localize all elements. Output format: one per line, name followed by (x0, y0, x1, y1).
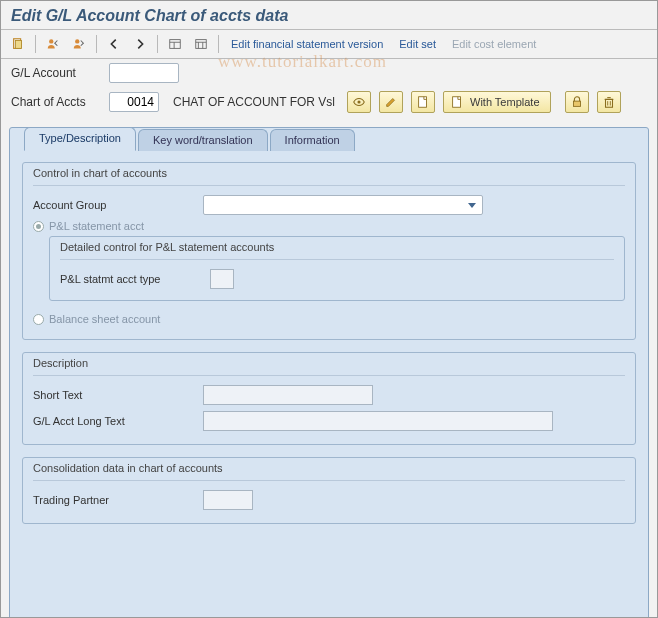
svg-point-11 (357, 100, 360, 103)
gl-account-input[interactable] (109, 63, 179, 83)
description-groupbox: Description Short Text G/L Acct Long Tex… (22, 352, 636, 445)
radio-selected-icon (33, 221, 44, 232)
layout1-icon[interactable] (164, 33, 186, 55)
lock-icon[interactable] (565, 91, 589, 113)
svg-rect-15 (605, 99, 612, 107)
svg-rect-4 (170, 40, 181, 49)
page-title: Edit G/L Account Chart of accts data (1, 1, 657, 30)
user-prev-icon[interactable] (42, 33, 64, 55)
radio-unselected-icon (33, 314, 44, 325)
tab-body: Control in chart of accounts Account Gro… (10, 152, 648, 546)
long-text-label: G/L Acct Long Text (33, 415, 203, 427)
svg-rect-12 (419, 97, 427, 108)
tab-information[interactable]: Information (270, 129, 355, 151)
pl-detail-title: Detailed control for P&L statement accou… (60, 237, 614, 260)
balance-sheet-radio: Balance sheet account (33, 311, 625, 329)
pl-detail-group: Detailed control for P&L statement accou… (49, 236, 625, 301)
prev-icon[interactable] (103, 33, 125, 55)
account-group-combo[interactable] (203, 195, 483, 215)
with-template-label: With Template (470, 96, 540, 108)
chart-of-accts-desc: CHAT OF ACCOUNT FOR Vsl (173, 95, 335, 109)
svg-point-3 (75, 39, 79, 43)
consolidation-group-title: Consolidation data in chart of accounts (33, 458, 625, 481)
delete-icon[interactable] (597, 91, 621, 113)
edit-icon[interactable] (379, 91, 403, 113)
edit-cost-element-link: Edit cost element (452, 38, 536, 50)
user-next-icon[interactable] (68, 33, 90, 55)
tab-key-word[interactable]: Key word/translation (138, 129, 268, 151)
tab-type-description[interactable]: Type/Description (24, 127, 136, 151)
chart-of-accts-label: Chart of Accts (11, 95, 101, 109)
consolidation-groupbox: Consolidation data in chart of accounts … (22, 457, 636, 524)
control-group-title: Control in chart of accounts (33, 163, 625, 186)
edit-set-link[interactable]: Edit set (399, 38, 436, 50)
tabs-container: Type/Description Key word/translation In… (9, 127, 649, 618)
svg-rect-13 (453, 97, 461, 108)
next-icon[interactable] (129, 33, 151, 55)
display-icon[interactable] (347, 91, 371, 113)
toolbar: Edit financial statement version Edit se… (1, 30, 657, 59)
svg-rect-1 (15, 41, 21, 49)
trading-partner-label: Trading Partner (33, 494, 203, 506)
balance-sheet-label: Balance sheet account (49, 313, 160, 325)
edit-fsv-link[interactable]: Edit financial statement version (231, 38, 383, 50)
gl-account-label: G/L Account (11, 66, 101, 80)
svg-rect-14 (573, 101, 580, 106)
pl-statement-label: P&L statement acct (49, 220, 144, 232)
chart-of-accts-input[interactable] (109, 92, 159, 112)
description-group-title: Description (33, 353, 625, 376)
trading-partner-input[interactable] (203, 490, 253, 510)
gl-account-row: G/L Account (1, 59, 657, 87)
pl-type-input[interactable] (210, 269, 234, 289)
short-text-label: Short Text (33, 389, 203, 401)
svg-rect-7 (196, 40, 207, 49)
tabs-row: Type/Description Key word/translation In… (10, 127, 648, 151)
layout2-icon[interactable] (190, 33, 212, 55)
svg-point-2 (49, 39, 53, 43)
pl-statement-radio: P&L statement acct (33, 218, 625, 236)
pl-type-label: P&L statmt acct type (60, 273, 210, 285)
control-groupbox: Control in chart of accounts Account Gro… (22, 162, 636, 340)
paste-icon[interactable] (7, 33, 29, 55)
account-group-label: Account Group (33, 199, 203, 211)
short-text-input[interactable] (203, 385, 373, 405)
create-icon[interactable] (411, 91, 435, 113)
long-text-input[interactable] (203, 411, 553, 431)
with-template-button[interactable]: With Template (443, 91, 551, 113)
chart-of-accts-row: Chart of Accts CHAT OF ACCOUNT FOR Vsl W… (1, 87, 657, 117)
